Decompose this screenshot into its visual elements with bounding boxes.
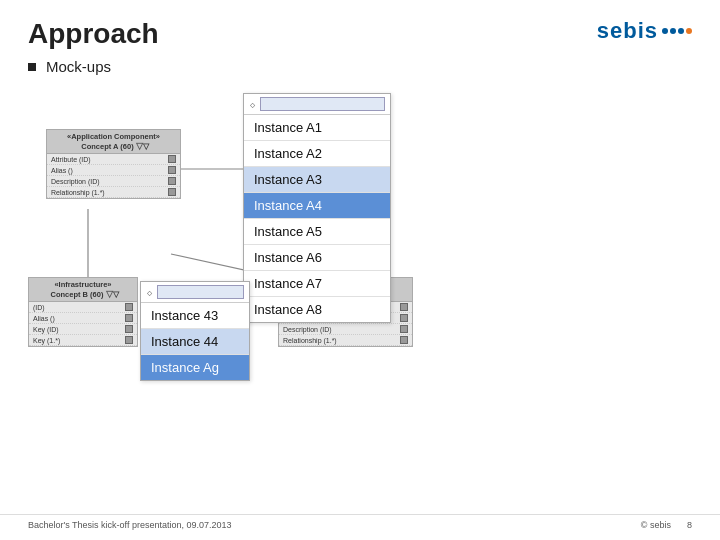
concept-b-row-3: Key (ID) — [29, 324, 137, 335]
instance-a1[interactable]: Instance A1 — [244, 115, 390, 141]
footer-citation: Bachelor's Thesis kick-off presentation,… — [28, 520, 232, 530]
funnel-icon-b[interactable]: ▽ — [106, 289, 116, 298]
footer-copyright: © sebis — [641, 520, 671, 530]
footer-page: 8 — [687, 520, 692, 530]
instance-a3[interactable]: Instance A3 — [244, 167, 390, 193]
filter-icon[interactable]: ⬦ — [249, 97, 256, 111]
concept-c-row-4: Relationship (1.*) — [279, 335, 412, 346]
concept-a-row-3: Description (ID) — [47, 176, 180, 187]
instance-a6[interactable]: Instance A6 — [244, 245, 390, 271]
instance-a7[interactable]: Instance A7 — [244, 271, 390, 297]
instance-ag[interactable]: Instance Ag — [141, 355, 249, 380]
funnel-icon-a[interactable]: ▽ — [136, 141, 146, 150]
footer: Bachelor's Thesis kick-off presentation,… — [0, 514, 720, 530]
page-title: Approach — [28, 18, 159, 50]
filter-icon-b[interactable]: ⬦ — [146, 285, 153, 299]
bullet-icon — [28, 63, 36, 71]
instance-search-bar[interactable] — [260, 97, 385, 111]
concept-b-box: «Infrastructure» Concept B (60) ▽ (ID) A… — [28, 277, 138, 347]
subtitle-text: Mock-ups — [46, 58, 111, 75]
logo-dots — [662, 28, 692, 34]
concept-b-title: «Infrastructure» Concept B (60) ▽ — [29, 278, 137, 302]
row-icon-b3[interactable] — [125, 325, 133, 333]
main-instance-panel: ⬦ Instance A1 Instance A2 Instance A3 In… — [243, 93, 391, 323]
instance-panel-header: ⬦ — [244, 94, 390, 115]
instance-panel-b: ⬦ Instance 43 Instance 44 Instance Ag — [140, 281, 250, 381]
row-icon-c1[interactable] — [400, 303, 408, 311]
instance-a2[interactable]: Instance A2 — [244, 141, 390, 167]
row-icon-c2[interactable] — [400, 314, 408, 322]
instance-a5[interactable]: Instance A5 — [244, 219, 390, 245]
concept-c-row-3: Description (ID) — [279, 324, 412, 335]
main-content: «Application Component» Concept A (60) ▽… — [28, 89, 692, 459]
logo-dot-3 — [678, 28, 684, 34]
instance-b-search[interactable] — [157, 285, 244, 299]
row-icon-c3[interactable] — [400, 325, 408, 333]
row-icon-b2[interactable] — [125, 314, 133, 322]
concept-a-row-1: Attribute (ID) — [47, 154, 180, 165]
row-icon-c4[interactable] — [400, 336, 408, 344]
concept-b-row-4: Key (1.*) — [29, 335, 137, 346]
row-icon-3[interactable] — [168, 177, 176, 185]
footer-right: © sebis 8 — [641, 520, 692, 530]
diagram: «Application Component» Concept A (60) ▽… — [28, 89, 692, 429]
row-icon-b4[interactable] — [125, 336, 133, 344]
instance-43[interactable]: Instance 43 — [141, 303, 249, 329]
concept-a-title: «Application Component» Concept A (60) ▽ — [47, 130, 180, 154]
concept-a-row-2: Alias () — [47, 165, 180, 176]
row-icon-4[interactable] — [168, 188, 176, 196]
concept-a-row-4: Relationship (1.*) — [47, 187, 180, 198]
logo-dot-2 — [670, 28, 676, 34]
logo-dot-1 — [662, 28, 668, 34]
instance-a4[interactable]: Instance A4 — [244, 193, 390, 219]
row-icon-2[interactable] — [168, 166, 176, 174]
subtitle-line: Mock-ups — [0, 50, 720, 75]
logo-text: sebis — [597, 18, 658, 44]
instance-a8[interactable]: Instance A8 — [244, 297, 390, 322]
concept-b-row-2: Alias () — [29, 313, 137, 324]
row-icon-b1[interactable] — [125, 303, 133, 311]
logo-area: sebis — [597, 18, 692, 44]
row-icon-1[interactable] — [168, 155, 176, 163]
instance-44[interactable]: Instance 44 — [141, 329, 249, 355]
instance-b-header: ⬦ — [141, 282, 249, 303]
header: Approach sebis — [0, 0, 720, 50]
concept-b-row-1: (ID) — [29, 302, 137, 313]
logo-dot-4 — [686, 28, 692, 34]
concept-a-box: «Application Component» Concept A (60) ▽… — [46, 129, 181, 199]
